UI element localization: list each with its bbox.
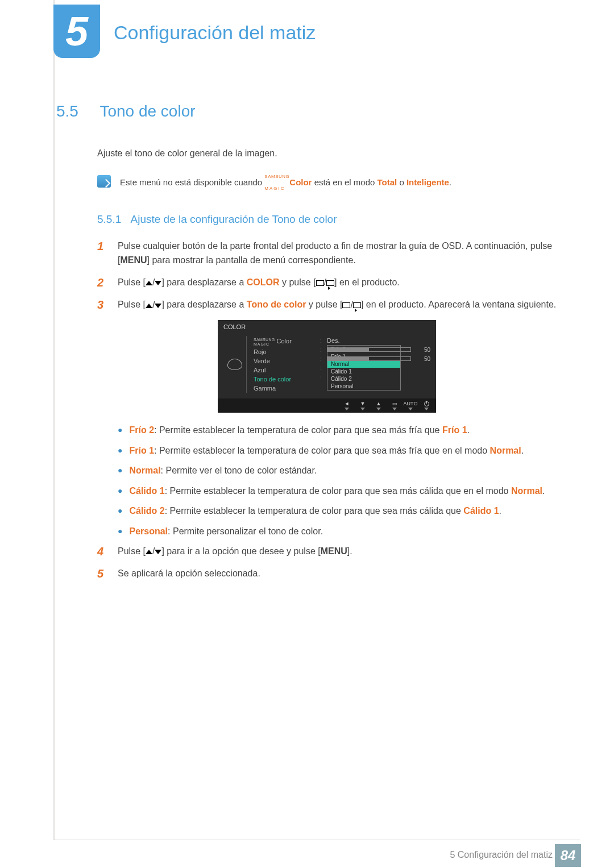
b2-ref: Normal bbox=[490, 446, 521, 455]
power-icon bbox=[424, 401, 429, 406]
osd-val-rojo: 50 bbox=[414, 347, 430, 353]
osd-menu-list: SAMSUNGMAGIC Color Rojo Verde Azul Tono … bbox=[246, 336, 314, 393]
note-pre: Este menú no está disponible cuando bbox=[120, 177, 264, 187]
osd-opt-calido1: Cálido 1 bbox=[327, 368, 400, 375]
step-number: 5 bbox=[97, 567, 107, 581]
nav-left-icon: ◄ bbox=[343, 401, 351, 406]
section-heading: 5.5 Tono de color bbox=[56, 102, 557, 121]
enter-icon: / bbox=[316, 276, 334, 290]
osd-bar-verde bbox=[327, 356, 411, 361]
b2-name: Frío 1 bbox=[129, 446, 154, 455]
step2-target: COLOR bbox=[247, 277, 280, 287]
b2-end: . bbox=[521, 446, 524, 455]
step-1: 1 Pulse cualquier botón de la parte fron… bbox=[97, 239, 557, 268]
osd-opt-normal: Normal bbox=[327, 360, 400, 368]
footer-chapter-title: Configuración del matiz bbox=[458, 850, 553, 859]
b1-text: : Permite establecer la temperatura de c… bbox=[154, 425, 442, 435]
note-or: o bbox=[397, 177, 406, 187]
step1-b: ] para mostrar la pantalla de menú corre… bbox=[147, 255, 356, 265]
bullet-dot-icon: ● bbox=[118, 484, 122, 499]
b4-text: : Permite establecer la temperatura de c… bbox=[165, 486, 511, 496]
availability-note: Este menú no está disponible cuando SAMS… bbox=[97, 175, 557, 190]
step-5: 5 Se aplicará la opción seleccionada. bbox=[97, 567, 557, 581]
osd-opt-calido2: Cálido 2 bbox=[327, 375, 400, 383]
enter-icon: / bbox=[342, 298, 360, 313]
footer-chapter-number: 5 bbox=[450, 850, 455, 859]
chapter-number-badge: 5 bbox=[53, 5, 100, 58]
samsung-label: SAMSUNG bbox=[264, 175, 289, 178]
footer-rule bbox=[53, 840, 580, 840]
note-opt2: Inteligente bbox=[406, 177, 449, 187]
nav-up-icon: ▲ bbox=[375, 401, 383, 406]
magic-suffix: Color bbox=[289, 177, 312, 187]
palette-icon bbox=[227, 359, 242, 370]
page-number-badge: 84 bbox=[555, 844, 581, 867]
step-number: 1 bbox=[97, 239, 107, 268]
step3-b: ] para desplazarse a bbox=[161, 300, 246, 309]
bullet-dot-icon: ● bbox=[118, 524, 122, 539]
osd-tone-dropdown: Frío 2 Frío 1 Normal Cálido 1 Cálido 2 P… bbox=[327, 345, 401, 391]
osd-item-verde: Verde bbox=[254, 356, 314, 366]
step3-a: Pulse [ bbox=[118, 300, 146, 309]
osd-val-verde: 50 bbox=[414, 356, 430, 362]
osd-bar-rojo bbox=[327, 347, 411, 352]
magic-label: MAGIC bbox=[264, 186, 285, 191]
step2-c: y pulse [ bbox=[280, 277, 316, 287]
b2-text: : Permite establecer la temperatura de c… bbox=[154, 446, 490, 455]
b5-end: . bbox=[499, 506, 501, 516]
menu-key: MENU bbox=[120, 255, 147, 265]
b4-name: Cálido 1 bbox=[129, 486, 164, 496]
up-down-icon: / bbox=[146, 298, 161, 313]
subsection-title: Ajuste de la configuración de Tono de co… bbox=[131, 213, 337, 225]
bullet-frio1: ● Frío 1: Permite establecer la temperat… bbox=[118, 443, 557, 458]
step-number: 3 bbox=[97, 298, 107, 312]
step5-a: Se aplicará la opción seleccionada. bbox=[118, 568, 260, 578]
osd-navbar: ◄ ▼ ▲ ▭ AUTO bbox=[218, 398, 436, 413]
note-opt1: Total bbox=[377, 177, 397, 187]
subsection-heading: 5.5.1 Ajuste de la configuración de Tono… bbox=[97, 213, 557, 226]
step2-b: ] para desplazarse a bbox=[161, 277, 246, 287]
osd-item-gamma: Gamma bbox=[254, 384, 314, 393]
note-end: . bbox=[449, 177, 451, 187]
osd-screenshot: COLOR SAMSUNGMAGIC Color Rojo Verde Azul… bbox=[218, 320, 436, 413]
section-title: Tono de color bbox=[99, 102, 195, 121]
osd-item-rojo: Rojo bbox=[254, 347, 314, 356]
osd-samsung: SAMSUNG bbox=[254, 338, 275, 342]
bullet-personal: ● Personal: Permite personalizar el tono… bbox=[118, 524, 557, 539]
step-2: 2 Pulse [/] para desplazarse a COLOR y p… bbox=[97, 276, 557, 290]
b5-ref: Cálido 1 bbox=[463, 506, 499, 516]
b3-name: Normal bbox=[129, 466, 160, 475]
osd-magic: MAGIC bbox=[254, 342, 269, 346]
bullet-dot-icon: ● bbox=[118, 443, 122, 458]
step4-c: ]. bbox=[347, 546, 352, 556]
b5-name: Cálido 2 bbox=[129, 506, 164, 516]
osd-item-tono: Tono de color bbox=[254, 375, 314, 384]
bullet-dot-icon: ● bbox=[118, 463, 122, 478]
b1-ref: Frío 1 bbox=[442, 425, 467, 435]
step-4: 4 Pulse [/] para ir a la opción que dese… bbox=[97, 545, 557, 559]
note-mid: está en el modo bbox=[312, 177, 377, 187]
bullet-dot-icon: ● bbox=[118, 423, 122, 438]
osd-opt-personal: Personal bbox=[327, 383, 400, 390]
step4-b: ] para ir a la opción que desee y pulse … bbox=[161, 546, 320, 556]
up-down-icon: / bbox=[146, 276, 161, 290]
chapter-title: Configuración del matiz bbox=[114, 22, 316, 44]
step2-a: Pulse [ bbox=[118, 277, 146, 287]
nav-auto-label: AUTO bbox=[406, 401, 414, 406]
b5-text: : Permite establecer la temperatura de c… bbox=[165, 506, 464, 516]
up-down-icon: / bbox=[146, 545, 161, 559]
bullet-dot-icon: ● bbox=[118, 504, 122, 518]
osd-title: COLOR bbox=[218, 320, 436, 333]
osd-magic-color: Color bbox=[275, 338, 292, 344]
osd-item-azul: Azul bbox=[254, 366, 314, 375]
bullet-normal: ● Normal: Permite ver el tono de color e… bbox=[118, 463, 557, 478]
b4-ref: Normal bbox=[511, 486, 542, 496]
section-number: 5.5 bbox=[56, 102, 97, 121]
b1-end: . bbox=[467, 425, 470, 435]
step-number: 4 bbox=[97, 545, 107, 559]
step3-target: Tono de color bbox=[247, 300, 306, 309]
b6-text: : Permite personalizar el tono de color. bbox=[168, 526, 323, 536]
step4-a: Pulse [ bbox=[118, 546, 146, 556]
step-3: 3 Pulse [/] para desplazarse a Tono de c… bbox=[97, 298, 557, 312]
left-margin-rule bbox=[53, 0, 55, 840]
